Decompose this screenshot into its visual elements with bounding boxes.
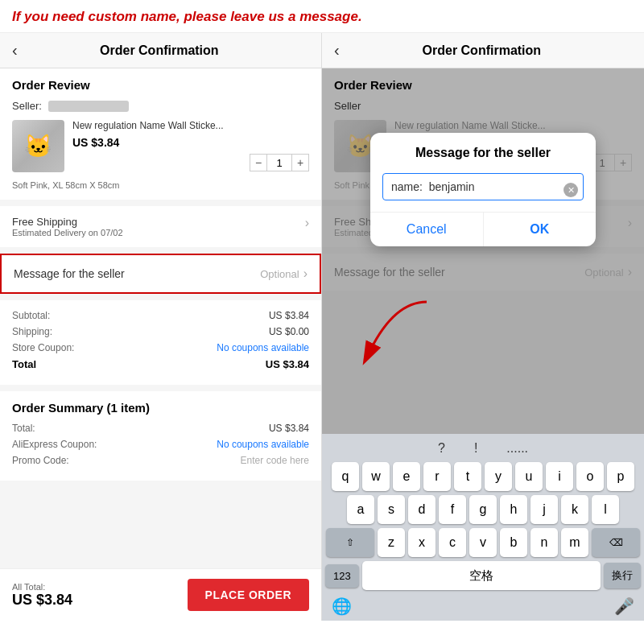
left-message-seller-box[interactable]: Message for the seller Optional › [0,254,321,294]
key-m[interactable]: m [561,528,588,557]
left-all-total: All Total: US $3.84 [12,582,72,609]
key-shift[interactable]: ⇧ [326,528,374,557]
key-exclaim[interactable]: ! [468,439,484,458]
key-f[interactable]: f [439,495,466,524]
left-back-button[interactable]: ‹ [12,41,18,60]
left-total-label: Total [12,358,36,370]
left-subtotal-row: Subtotal: US $3.84 [12,310,309,321]
left-free-shipping: Free Shipping [12,216,123,228]
key-return[interactable]: 换行 [604,563,641,588]
globe-icon[interactable]: 🌐 [332,597,352,616]
key-h[interactable]: h [500,495,527,524]
left-product-row: 🐱 New regulation Name Wall Sticke... US … [12,120,309,172]
left-qty-plus[interactable]: + [291,154,309,171]
modal-overlay: Message for the seller ✕ Cancel OK [322,68,644,434]
key-s[interactable]: s [378,495,405,524]
left-all-total-label: All Total: [12,582,72,592]
left-subtotal-value: US $3.84 [269,310,309,321]
right-header: ‹ Order Confirmation [322,33,644,68]
key-question[interactable]: ? [431,439,452,458]
left-order-review-section: Order Review Seller: 🐱 New regulation Na… [0,68,321,200]
left-order-summary-title: Order Summary (1 item) [12,401,309,415]
left-title: Order Confirmation [26,43,293,58]
left-product-name: New regulation Name Wall Sticke... [72,120,309,133]
left-message-seller-label: Message for the seller [14,267,125,280]
key-space[interactable]: 空格 [362,561,601,590]
left-shipping-row: Free Shipping Estimated Delivery on 07/0… [12,216,309,237]
key-o[interactable]: o [576,462,604,491]
left-all-total-amount: US $3.84 [12,592,72,609]
key-z[interactable]: z [378,528,405,557]
place-order-button[interactable]: PLACE ORDER [188,579,309,611]
key-v[interactable]: v [469,528,497,557]
left-panel-content: Order Review Seller: 🐱 New regulation Na… [0,68,321,568]
key-e[interactable]: e [393,462,420,491]
modal-clear-button[interactable]: ✕ [564,183,578,197]
key-y[interactable]: y [485,462,512,491]
modal-actions: Cancel OK [370,213,596,246]
left-promo-label: Promo Code: [12,455,69,466]
key-j[interactable]: j [530,495,558,524]
key-b[interactable]: b [500,528,527,557]
right-title: Order Confirmation [348,43,616,58]
left-summary-total-label: Total: [12,423,35,434]
modal-cancel-button[interactable]: Cancel [370,213,484,246]
left-order-review-title: Order Review [12,78,309,92]
keyboard-bottom-row: 123 空格 换行 [325,561,641,590]
left-product-price: US $3.84 [72,136,309,149]
key-x[interactable]: x [408,528,436,557]
left-totals-section: Subtotal: US $3.84 Shipping: US $0.00 St… [0,300,321,385]
left-summary-total-value: US $3.84 [269,423,309,434]
keyboard-row-1: q w e r t y u i o p [325,462,641,491]
key-ellipsis[interactable]: ...... [500,439,535,458]
keyboard-row-3: ⇧ z x c v b n m ⌫ [325,528,641,557]
right-panel-content: Order Review Seller 🐱 New regulation Nam… [322,68,644,434]
key-k[interactable]: k [561,495,588,524]
key-w[interactable]: w [362,462,390,491]
left-coupon-value: No coupons available [217,342,309,353]
left-subtotal-label: Subtotal: [12,310,50,321]
modal-ok-button[interactable]: OK [484,213,597,246]
left-qty-minus[interactable]: − [250,154,267,171]
modal-input-field[interactable] [382,173,584,200]
left-shipping-cost-value: US $0.00 [269,326,309,337]
key-u[interactable]: u [515,462,543,491]
left-qty-row: − 1 + [72,154,309,171]
left-aliexpress-coupon-row: AliExpress Coupon: No coupons available [12,439,309,450]
key-q[interactable]: q [332,462,359,491]
left-shipping-info: Free Shipping Estimated Delivery on 07/0… [12,216,123,237]
left-est-delivery: Estimated Delivery on 07/02 [12,228,123,237]
left-promo-value: Enter code here [241,455,309,466]
key-n[interactable]: n [530,528,558,557]
key-g[interactable]: g [469,495,497,524]
key-r[interactable]: r [423,462,451,491]
keyboard-row-2: a s d f g h j k l [325,495,641,524]
key-123[interactable]: 123 [325,564,359,588]
key-a[interactable]: a [347,495,374,524]
key-t[interactable]: t [454,462,481,491]
left-seller-label: Seller: [12,100,42,112]
left-product-image: 🐱 [12,120,64,172]
key-d[interactable]: d [408,495,436,524]
left-promo-row: Promo Code: Enter code here [12,455,309,466]
left-total-value: US $3.84 [266,358,309,370]
left-qty-value: 1 [267,154,291,171]
left-aliexpress-coupon-label: AliExpress Coupon: [12,439,97,450]
left-seller-row: Seller: [12,100,309,112]
left-header: ‹ Order Confirmation [0,33,321,68]
key-p[interactable]: p [607,462,634,491]
modal-title: Message for the seller [370,133,596,168]
right-back-button[interactable]: ‹ [334,41,340,60]
key-backspace[interactable]: ⌫ [592,528,640,557]
left-coupon-row: Store Coupon: No coupons available [12,342,309,353]
key-l[interactable]: l [592,495,619,524]
keyboard-special-row: ? ! ...... [325,439,641,458]
left-order-summary-section: Order Summary (1 item) Total: US $3.84 A… [0,391,321,481]
left-shipping-cost-row: Shipping: US $0.00 [12,326,309,337]
left-shipping-section: Free Shipping Estimated Delivery on 07/0… [0,206,321,247]
key-i[interactable]: i [546,462,573,491]
key-c[interactable]: c [439,528,466,557]
mic-icon[interactable]: 🎤 [614,597,634,616]
left-product-variant: Soft Pink, XL 58cm X 58cm [12,180,309,190]
modal-input-row: ✕ [370,168,596,212]
